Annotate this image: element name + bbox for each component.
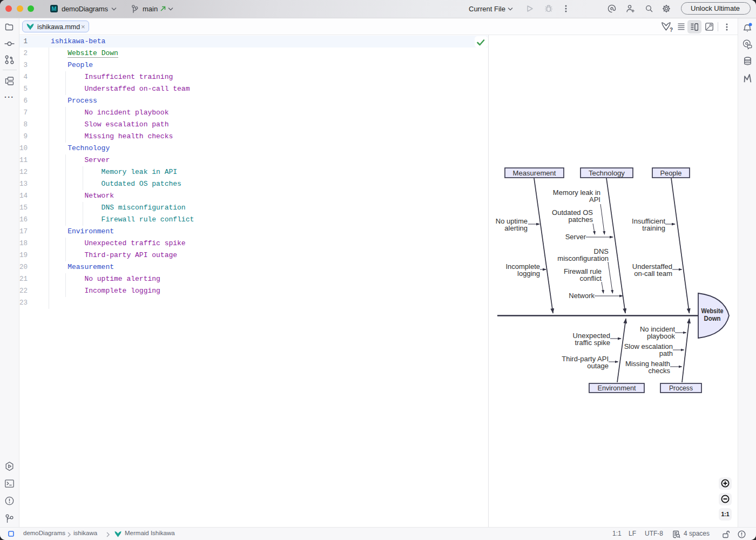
svg-text:People: People (660, 169, 682, 177)
svg-text:?: ? (670, 27, 673, 32)
svg-text:misconfiguration: misconfiguration (557, 254, 609, 262)
svg-text:checks: checks (649, 367, 671, 375)
svg-text:Environment: Environment (598, 384, 636, 392)
svg-text:Network: Network (569, 292, 595, 300)
svg-text:alerting: alerting (504, 224, 528, 232)
svg-text:Down: Down (704, 315, 721, 322)
svg-text:patches: patches (568, 215, 593, 224)
svg-text:Server: Server (565, 233, 586, 241)
svg-text:M: M (51, 5, 56, 12)
svg-text:training: training (642, 224, 665, 232)
svg-text:path: path (659, 349, 673, 357)
svg-text:Measurement: Measurement (513, 169, 556, 177)
svg-text:playbook: playbook (647, 332, 676, 340)
svg-text:on-call team: on-call team (634, 269, 672, 278)
svg-text:conflict: conflict (580, 274, 602, 282)
svg-text:Website: Website (701, 307, 724, 315)
svg-text:logging: logging (517, 269, 540, 278)
svg-text:traffic spike: traffic spike (575, 339, 610, 347)
svg-text:Process: Process (669, 384, 693, 392)
svg-text:Technology: Technology (589, 169, 625, 177)
svg-text:API: API (589, 195, 600, 204)
svg-text:outage: outage (587, 362, 609, 370)
